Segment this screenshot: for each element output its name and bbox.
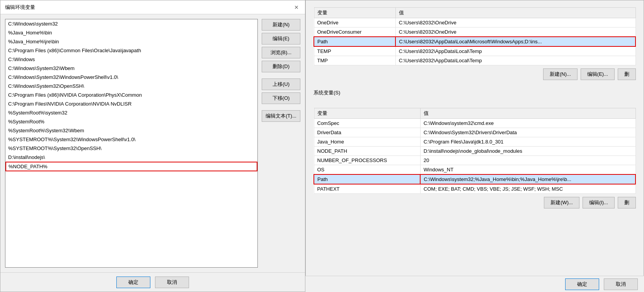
dialog-content: C:\Windows\system32%Java_Home%\bin%Java_… (0, 14, 305, 272)
sys-vars-table: 变量 值 ComSpecC:\Windows\system32\cmd.exeD… (313, 108, 636, 194)
sys-var-value: Windows_NT (420, 165, 635, 175)
user-var-name: OneDrive (314, 18, 395, 27)
sys-var-name: NODE_PATH (314, 147, 420, 156)
sys-var-value: C:\Windows\System32\Drivers\DriverData (420, 128, 635, 137)
user-vars-section: 变量 值 OneDriveC:\Users\82032\OneDriveOneD… (309, 3, 641, 84)
sys-var-name: Path (314, 174, 420, 184)
sys-var-value: C:\Program Files\Java\jdk1.8.0_301 (420, 137, 635, 147)
right-ok-button[interactable]: 确定 (565, 278, 599, 290)
sys-var-row[interactable]: OSWindows_NT (314, 165, 635, 175)
user-var-name: TEMP (314, 46, 395, 56)
path-list-item[interactable]: %SystemRoot%\System32\Wbem (5, 126, 257, 135)
sys-vars-label-section: 系统变量(S) (309, 85, 641, 102)
dialog-titlebar: 编辑环境变量 ✕ (0, 0, 305, 14)
user-vars-table: 变量 值 OneDriveC:\Users\82032\OneDriveOneD… (313, 7, 636, 65)
sys-vars-col-value: 值 (420, 108, 635, 119)
right-footer: 确定 取消 (305, 276, 644, 292)
user-new-button[interactable]: 新建(N)... (543, 68, 578, 80)
user-var-name: OneDriveConsumer (314, 27, 395, 37)
path-list-item[interactable]: %Java_Home%\bin (5, 28, 257, 37)
path-list-item[interactable]: C:\Windows\System32\Wbem (5, 64, 257, 73)
panel-inner: 变量 值 OneDriveC:\Users\82032\OneDriveOneD… (306, 0, 644, 215)
user-var-row[interactable]: TEMPC:\Users\82032\AppData\Local\Temp (314, 46, 635, 56)
user-vars-buttons: 新建(N)... 编辑(E)... 删 (313, 68, 636, 80)
sys-var-value: C:\Windows\system32;%Java_Home%\bin;%Jav… (420, 174, 635, 184)
sys-var-name: NUMBER_OF_PROCESSORS (314, 156, 420, 165)
path-list-item[interactable]: C:\Program Files (x86)\Common Files\Orac… (5, 46, 257, 55)
path-list-item[interactable]: %SYSTEMROOT%\System32\WindowsPowerShell\… (5, 135, 257, 144)
sys-var-name: PATHEXT (314, 184, 420, 194)
path-list-item[interactable]: D:\install\nodejs\ (5, 153, 257, 162)
sys-var-row[interactable]: NUMBER_OF_PROCESSORS20 (314, 156, 635, 165)
path-list-item[interactable]: C:\Program Files (x86)\NVIDIA Corporatio… (5, 91, 257, 99)
sys-var-value: COM; EXE; BAT; CMD; VBS; VBE; JS; JSE; W… (420, 184, 635, 194)
sys-new-button[interactable]: 新建(W)... (544, 197, 579, 208)
user-var-value: C:\Users\82032\OneDrive (395, 27, 635, 37)
path-list-item[interactable]: %SystemRoot%\system32 (5, 108, 257, 117)
sys-vars-section: 变量 值 ComSpecC:\Windows\system32\cmd.exeD… (309, 104, 641, 212)
user-delete-button[interactable]: 删 (618, 68, 636, 80)
dialog-title: 编辑环境变量 (5, 4, 35, 11)
sys-var-name: Java_Home (314, 137, 420, 147)
user-var-row[interactable]: PathC:\Users\82032\AppData\Local\Microso… (314, 37, 635, 46)
path-list-container[interactable]: C:\Windows\system32%Java_Home%\bin%Java_… (5, 19, 258, 268)
user-var-name: Path (314, 37, 395, 46)
sys-var-name: DriverData (314, 128, 420, 137)
user-vars-col-name: 变量 (314, 8, 395, 18)
sys-var-value: 20 (420, 156, 635, 165)
user-var-name: TMP (314, 56, 395, 65)
browse-button[interactable]: 浏览(B)... (262, 47, 300, 58)
sys-vars-col-name: 变量 (314, 108, 420, 119)
sys-var-row[interactable]: ComSpecC:\Windows\system32\cmd.exe (314, 119, 635, 128)
sys-delete-button[interactable]: 删 (618, 197, 636, 208)
move-up-button[interactable]: 上移(U) (262, 79, 300, 90)
sys-var-name: OS (314, 165, 420, 175)
user-var-value: C:\Users\82032\AppData\Local\Temp (395, 56, 635, 65)
dialog-footer: 确定 取消 (0, 272, 305, 292)
path-list-item[interactable]: C:\Windows\System32\WindowsPowerShell\v1… (5, 73, 257, 82)
path-list-item[interactable]: %SystemRoot% (5, 117, 257, 126)
delete-button[interactable]: 删除(D) (262, 61, 300, 72)
sys-vars-buttons: 新建(W)... 编辑(I)... 删 (313, 197, 636, 208)
user-edit-button[interactable]: 编辑(E)... (581, 68, 615, 80)
user-var-value: C:\Users\82032\AppData\Local\Temp (395, 46, 635, 56)
right-cancel-button[interactable]: 取消 (604, 278, 638, 290)
sys-var-value: D:\install\nodejs\node_global\node_modul… (420, 147, 635, 156)
sys-var-row[interactable]: PATHEXTCOM; EXE; BAT; CMD; VBS; VBE; JS;… (314, 184, 635, 194)
sys-var-row[interactable]: PathC:\Windows\system32;%Java_Home%\bin;… (314, 174, 635, 184)
sys-var-row[interactable]: Java_HomeC:\Program Files\Java\jdk1.8.0_… (314, 137, 635, 147)
path-list-item[interactable]: C:\Program Files\NVIDIA Corporation\NVID… (5, 99, 257, 108)
path-list-item[interactable]: %SYSTEMROOT%\System32\OpenSSH\ (5, 144, 257, 153)
path-list: C:\Windows\system32%Java_Home%\bin%Java_… (5, 19, 257, 171)
sys-var-row[interactable]: NODE_PATHD:\install\nodejs\node_global\n… (314, 147, 635, 156)
sys-var-name: ComSpec (314, 119, 420, 128)
close-icon[interactable]: ✕ (293, 3, 300, 11)
env-vars-panel: 变量 值 OneDriveC:\Users\82032\OneDriveOneD… (305, 0, 644, 292)
sys-var-row[interactable]: DriverDataC:\Windows\System32\Drivers\Dr… (314, 128, 635, 137)
user-var-row[interactable]: OneDriveC:\Users\82032\OneDrive (314, 18, 635, 27)
user-vars-col-value: 值 (395, 8, 635, 18)
user-var-row[interactable]: TMPC:\Users\82032\AppData\Local\Temp (314, 56, 635, 65)
path-list-item[interactable]: %Java_Home%\jre\bin (5, 37, 257, 46)
edit-button[interactable]: 编辑(E) (262, 33, 300, 44)
path-list-item[interactable]: C:\Windows\System32\OpenSSH\ (5, 82, 257, 91)
edit-env-var-dialog: 编辑环境变量 ✕ C:\Windows\system32%Java_Home%\… (0, 0, 305, 292)
sys-edit-button[interactable]: 编辑(I)... (583, 197, 615, 208)
user-var-value: C:\Users\82032\AppData\Local\Microsoft\W… (395, 37, 635, 46)
sys-var-value: C:\Windows\system32\cmd.exe (420, 119, 635, 128)
edit-text-button[interactable]: 编辑文本(T)... (262, 110, 300, 122)
user-var-value: C:\Users\82032\OneDrive (395, 18, 635, 27)
path-list-item[interactable]: %NODE_PATH% (5, 162, 257, 171)
path-list-item[interactable]: C:\Windows\system32 (5, 19, 257, 28)
action-buttons: 新建(N) 编辑(E) 浏览(B)... 删除(D) 上移(U) 下移(O) 编… (262, 19, 300, 268)
user-var-row[interactable]: OneDriveConsumerC:\Users\82032\OneDrive (314, 27, 635, 37)
path-list-item[interactable]: C:\Windows (5, 55, 257, 64)
cancel-button[interactable]: 取消 (155, 277, 189, 288)
sys-vars-label: 系统变量(S) (313, 89, 636, 96)
ok-button[interactable]: 确定 (116, 277, 150, 288)
move-down-button[interactable]: 下移(O) (262, 92, 300, 104)
new-button[interactable]: 新建(N) (262, 19, 300, 31)
